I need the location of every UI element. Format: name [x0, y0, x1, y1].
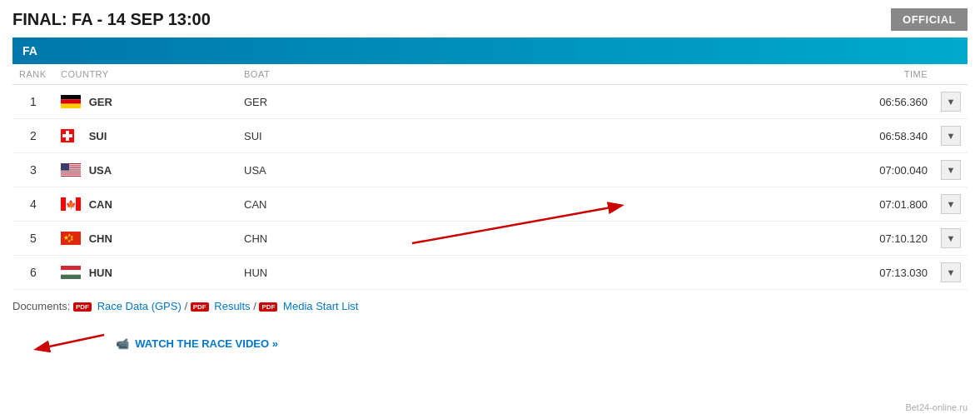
svg-rect-5: [62, 134, 72, 137]
page-title: FINAL: FA - 14 SEP 13:00: [12, 10, 211, 29]
pdf-icon-3: PDF: [259, 302, 277, 312]
pdf-icon-2: PDF: [191, 302, 209, 312]
spacer-cell: [420, 153, 834, 187]
spacer-cell: [420, 187, 834, 222]
pdf-icon-1: PDF: [73, 302, 92, 312]
expand-button[interactable]: ▼: [941, 160, 961, 180]
flag-chn: ★★★★★: [61, 232, 81, 245]
spacer-cell: [420, 256, 834, 290]
time-cell: 06:56.360: [834, 85, 934, 119]
col-time: TIME: [834, 64, 934, 85]
country-code: SUI: [89, 130, 107, 142]
country-code: CAN: [89, 198, 112, 211]
svg-rect-13: [61, 163, 69, 171]
table-header-row: RANK COUNTRY BOAT TIME: [12, 64, 968, 85]
separator-2: /: [253, 300, 259, 312]
expand-cell[interactable]: ▼: [934, 153, 968, 187]
separator-1: /: [184, 300, 190, 312]
documents-section: Documents: PDF Race Data (GPS) / PDF Res…: [12, 300, 968, 312]
expand-cell[interactable]: ▼: [934, 256, 968, 290]
flag-hun: [61, 266, 81, 279]
col-spacer: [420, 64, 834, 85]
boat-cell: SUI: [237, 119, 420, 153]
col-expand: [934, 64, 968, 85]
boat-cell: HUN: [237, 256, 420, 290]
svg-rect-2: [61, 104, 81, 108]
rank-cell: 1: [12, 85, 54, 119]
svg-rect-16: [76, 197, 81, 211]
country-cell: 🍁 CAN: [54, 187, 237, 222]
time-cell: 07:13.030: [834, 256, 934, 290]
link-race-data[interactable]: Race Data (GPS): [97, 300, 182, 312]
expand-cell[interactable]: ▼: [934, 85, 968, 119]
watch-video-section: 📹 WATCH THE RACE VIDEO »: [12, 322, 968, 350]
country-cell: GER: [54, 85, 237, 119]
rank-cell: 5: [12, 222, 54, 256]
table-row: 2 SUI SUI 06:58.340 ▼: [12, 119, 968, 153]
time-cell: 07:01.800: [834, 187, 934, 222]
table-row: 5 ★★★★★ CHN CHN 07:10.120 ▼: [12, 222, 968, 256]
country-cell: USA: [54, 153, 237, 187]
rank-cell: 3: [12, 153, 54, 187]
svg-rect-10: [61, 171, 81, 172]
expand-button[interactable]: ▼: [941, 126, 961, 146]
svg-rect-11: [61, 172, 81, 173]
boat-cell: USA: [237, 153, 420, 187]
boat-cell: GER: [237, 85, 420, 119]
expand-button[interactable]: ▼: [941, 262, 961, 282]
flag-ger: [61, 95, 81, 108]
watch-video-link[interactable]: WATCH THE RACE VIDEO »: [135, 337, 278, 350]
country-cell: SUI: [54, 119, 237, 153]
table-row: 4 🍁 CAN CAN 07:01.800 ▼: [12, 187, 968, 222]
expand-button[interactable]: ▼: [941, 228, 961, 248]
svg-rect-25: [61, 271, 81, 275]
documents-label: Documents:: [12, 300, 70, 312]
svg-rect-0: [61, 95, 81, 99]
expand-button[interactable]: ▼: [941, 92, 961, 112]
time-cell: 07:10.120: [834, 222, 934, 256]
country-code: CHN: [89, 232, 112, 245]
spacer-cell: [420, 85, 834, 119]
page-header: FINAL: FA - 14 SEP 13:00 OFFICIAL: [12, 8, 968, 31]
col-country: COUNTRY: [54, 64, 237, 85]
results-container: RANK COUNTRY BOAT TIME 1 GER GER 06:56.3…: [12, 64, 968, 290]
official-badge: OFFICIAL: [891, 8, 968, 31]
link-results[interactable]: Results: [214, 300, 250, 312]
svg-text:🍁: 🍁: [66, 199, 77, 210]
col-boat: BOAT: [237, 64, 420, 85]
country-cell: ★★★★★ CHN: [54, 222, 237, 256]
results-table: RANK COUNTRY BOAT TIME 1 GER GER 06:56.3…: [12, 64, 968, 290]
camera-icon: 📹: [116, 337, 129, 350]
time-cell: 06:58.340: [834, 119, 934, 153]
section-header: FA: [12, 37, 968, 64]
flag-sui: [61, 129, 81, 142]
svg-rect-24: [61, 266, 81, 270]
table-row: 3 USA USA 07:00.040 ▼: [12, 153, 968, 187]
country-code: USA: [89, 164, 112, 177]
flag-can: 🍁: [61, 197, 81, 211]
country-cell: HUN: [54, 256, 237, 290]
rank-cell: 4: [12, 187, 54, 222]
svg-rect-26: [61, 275, 81, 279]
expand-cell[interactable]: ▼: [934, 119, 968, 153]
table-row: 1 GER GER 06:56.360 ▼: [12, 85, 968, 119]
flag-usa: [61, 163, 81, 177]
expand-cell[interactable]: ▼: [934, 187, 968, 222]
country-code: HUN: [89, 267, 112, 279]
rank-cell: 6: [12, 256, 54, 290]
spacer-cell: [420, 119, 834, 153]
country-code: GER: [89, 96, 112, 108]
time-cell: 07:00.040: [834, 153, 934, 187]
table-row: 6 HUN HUN 07:13.030 ▼: [12, 256, 968, 290]
col-rank: RANK: [12, 64, 54, 85]
boat-cell: CAN: [237, 187, 420, 222]
svg-rect-1: [61, 100, 81, 104]
expand-cell[interactable]: ▼: [934, 222, 968, 256]
boat-cell: CHN: [237, 222, 420, 256]
svg-rect-12: [61, 175, 81, 176]
link-media-start-list[interactable]: Media Start List: [283, 300, 358, 312]
svg-line-28: [37, 335, 104, 349]
rank-cell: 2: [12, 119, 54, 153]
spacer-cell: [420, 222, 834, 256]
expand-button[interactable]: ▼: [941, 194, 961, 214]
